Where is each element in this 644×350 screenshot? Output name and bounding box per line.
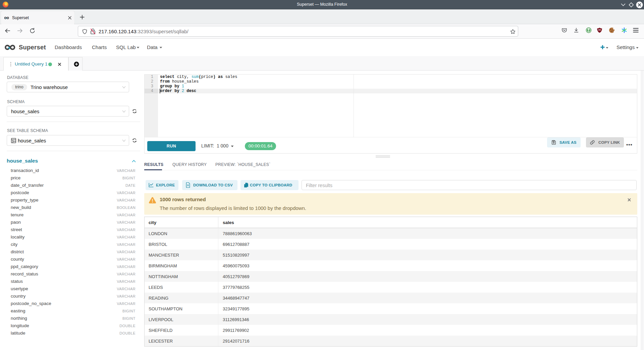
svg-text:UO: UO	[598, 29, 601, 31]
